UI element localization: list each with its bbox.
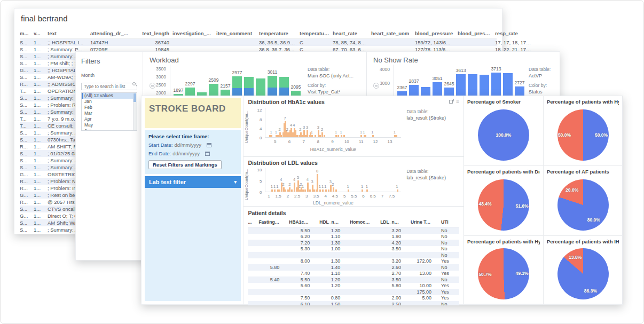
- table-row[interactable]: 5.801.402.60No: [248, 264, 459, 271]
- column-header[interactable]: item_comment: [216, 30, 256, 36]
- column-header[interactable]: HDL_numeric...: [319, 219, 348, 227]
- end-date-input[interactable]: [172, 151, 203, 156]
- table-row[interactable]: 5.601.205.8010.00Yes: [248, 283, 459, 289]
- column-header[interactable]: temperature: [259, 30, 296, 36]
- table-row[interactable]: 7.401.102.7013.00Yes: [248, 271, 459, 277]
- month-list-item[interactable]: Feb: [82, 105, 137, 110]
- pie-chart[interactable]: 80.0%20.0%: [557, 179, 609, 231]
- pie-chart[interactable]: 100.0%: [478, 109, 529, 161]
- histogram-bar[interactable]: [309, 189, 311, 192]
- legend-value[interactable]: ActVP: [529, 73, 582, 78]
- column-header[interactable]: v...: [34, 30, 44, 36]
- column-header[interactable]: HBA1c_nume...: [289, 219, 317, 227]
- pie-chart[interactable]: 49.3%50.7%: [478, 248, 529, 299]
- pie-chart[interactable]: 51.6%48.4%: [478, 179, 529, 231]
- column-header[interactable]: heart_rate_uom: [371, 30, 412, 36]
- histogram-bar[interactable]: [366, 189, 368, 192]
- histogram-bar[interactable]: [285, 189, 286, 192]
- legend-value[interactable]: lab_result (Stroke): [406, 175, 461, 180]
- pie-chart[interactable]: 86.3%13.8%: [557, 248, 609, 299]
- histogram-bar[interactable]: [291, 189, 293, 192]
- histogram-bar[interactable]: [335, 189, 337, 192]
- filter-search-input[interactable]: [81, 83, 137, 90]
- histogram-bar[interactable]: [372, 135, 374, 137]
- column-header[interactable]: blood_pressur...: [458, 30, 492, 36]
- legend-icon[interactable]: ≡: [456, 99, 459, 104]
- column-header[interactable]: UTI: [441, 219, 459, 227]
- histogram-bar[interactable]: [319, 189, 321, 192]
- legend-value[interactable]: Visit Type_Cat*: [308, 89, 361, 94]
- histogram-bar[interactable]: [343, 135, 345, 137]
- histogram-bar[interactable]: [280, 135, 282, 137]
- maximize-icon[interactable]: [449, 100, 453, 104]
- histogram-bar[interactable]: [274, 189, 276, 192]
- table-row[interactable]: 6.201.101.90No: [248, 234, 459, 240]
- histogram-bar[interactable]: [304, 189, 306, 192]
- histogram-bar[interactable]: [317, 174, 318, 192]
- calendar-icon[interactable]: [205, 152, 210, 156]
- column-header[interactable]: resp_rate: [495, 30, 532, 36]
- column-header[interactable]: attending_dr_...: [90, 30, 135, 36]
- column-header[interactable]: Homocystein...: [350, 219, 378, 227]
- histogram-bar[interactable]: [365, 135, 366, 137]
- pie-chart[interactable]: 50.0%50.0%: [557, 109, 609, 161]
- table-row[interactable]: 5.405.501.203.50No: [248, 276, 459, 283]
- table-row[interactable]: 6.101.502.50No: [248, 301, 459, 305]
- table-row[interactable]: 5.301.003.50No: [248, 246, 459, 252]
- month-list-scrollbar[interactable]: [133, 93, 137, 130]
- histogram-bar[interactable]: [337, 135, 339, 137]
- histogram-bar[interactable]: [307, 183, 309, 192]
- reset-filters-button[interactable]: Reset Filters and Markings: [148, 160, 222, 169]
- column-header[interactable]: Urine Test_nu...: [411, 219, 439, 227]
- table-row[interactable]: S...1...;; HOSPITAL I...14747H3674036, 3…: [20, 39, 497, 46]
- column-header[interactable]: investigation_...: [172, 30, 213, 36]
- histogram-bar[interactable]: [322, 189, 324, 192]
- month-list-item[interactable]: Jun: [82, 128, 137, 131]
- calendar-icon[interactable]: [207, 143, 211, 147]
- month-list-item[interactable]: Apr: [82, 116, 137, 122]
- column-header[interactable]: text_length: [138, 30, 169, 36]
- histogram-bar[interactable]: [335, 135, 337, 137]
- histogram-bar[interactable]: [328, 189, 329, 192]
- histogram-bar[interactable]: [396, 135, 397, 137]
- histogram-bar[interactable]: [360, 135, 362, 137]
- month-list-item[interactable]: Jan: [82, 99, 137, 105]
- histogram-bar[interactable]: [271, 189, 273, 192]
- month-list-item[interactable]: Mar: [82, 110, 137, 116]
- column-header[interactable]: Fasting Gluco...: [258, 219, 287, 227]
- table-row[interactable]: 8.001.303.20172.00Yes: [248, 258, 459, 265]
- table-row[interactable]: 5.501.303.20No: [248, 227, 459, 234]
- histogram-bar[interactable]: [315, 135, 316, 137]
- lab-test-filter-header[interactable]: Lab test filter ▾: [145, 176, 241, 188]
- legend-value[interactable]: Status: [529, 89, 582, 94]
- table-row[interactable]: 175.00Yes: [248, 289, 459, 295]
- column-header[interactable]: ...: [248, 219, 256, 227]
- histogram-bar[interactable]: [296, 135, 298, 137]
- column-header[interactable]: heart_rate: [333, 30, 368, 36]
- histogram-bar[interactable]: [341, 135, 342, 137]
- month-list-item[interactable]: (All) 12 values: [82, 93, 137, 99]
- month-list-item[interactable]: May: [82, 122, 137, 128]
- histogram-bar[interactable]: [348, 189, 349, 192]
- column-header[interactable]: LDL_numeric_...: [380, 219, 409, 227]
- scrollbar-thumb[interactable]: [133, 93, 136, 102]
- column-header[interactable]: m...: [20, 30, 30, 36]
- table-row[interactable]: No: [248, 252, 459, 258]
- table-row[interactable]: 7.500.802.005.00Yes: [248, 295, 459, 302]
- histogram-bar[interactable]: [397, 189, 398, 192]
- histogram-bar[interactable]: [324, 135, 325, 137]
- start-date-input[interactable]: [174, 142, 205, 148]
- histogram-bar[interactable]: [333, 187, 334, 192]
- table-row[interactable]: 7.201.304.20No: [248, 240, 459, 246]
- histogram-bar[interactable]: [362, 189, 363, 192]
- histogram-bar[interactable]: [277, 135, 279, 137]
- legend-value[interactable]: lab_result (Stroke): [406, 115, 461, 121]
- legend-value[interactable]: Main SOC (only Act...: [308, 73, 361, 78]
- histogram-bar[interactable]: [311, 135, 313, 137]
- column-header[interactable]: blood_pressure: [415, 30, 454, 36]
- histogram-bar[interactable]: [271, 135, 272, 137]
- histogram-bar[interactable]: [325, 189, 327, 192]
- histogram-bar[interactable]: [319, 135, 321, 137]
- column-header[interactable]: temperature_...: [300, 30, 329, 36]
- column-header[interactable]: text: [48, 30, 87, 36]
